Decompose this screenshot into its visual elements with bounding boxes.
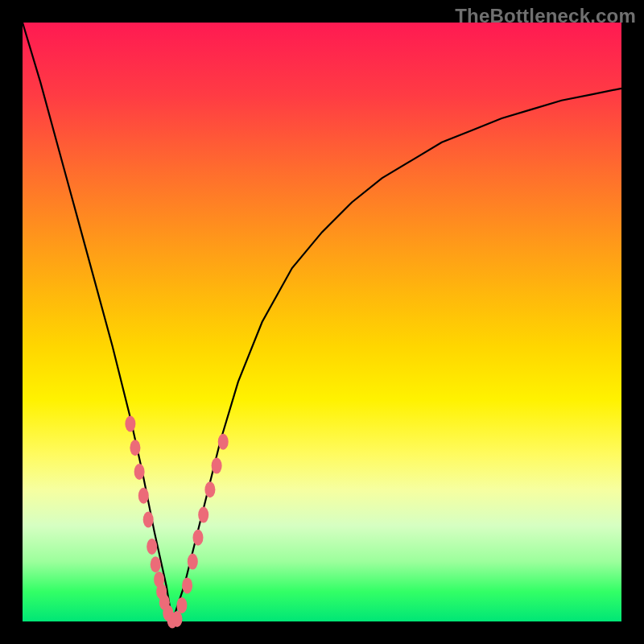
sample-point (151, 556, 161, 572)
sample-point (182, 577, 192, 593)
sample-point (143, 512, 154, 528)
bottleneck-curve (23, 23, 621, 621)
sample-point-markers (125, 416, 228, 629)
bottleneck-curve-svg (23, 23, 621, 621)
sample-point (198, 507, 208, 523)
sample-point (218, 434, 229, 450)
sample-point (176, 597, 187, 613)
sample-point (147, 539, 157, 555)
sample-point (204, 481, 215, 497)
sample-point (130, 440, 140, 456)
sample-point (138, 488, 149, 504)
chart-frame: TheBottleneck.com (0, 0, 644, 644)
sample-point (125, 416, 135, 432)
sample-point (212, 458, 222, 474)
sample-point (193, 530, 204, 546)
sample-point (134, 464, 145, 480)
sample-point (188, 554, 198, 570)
sample-point (172, 611, 183, 627)
